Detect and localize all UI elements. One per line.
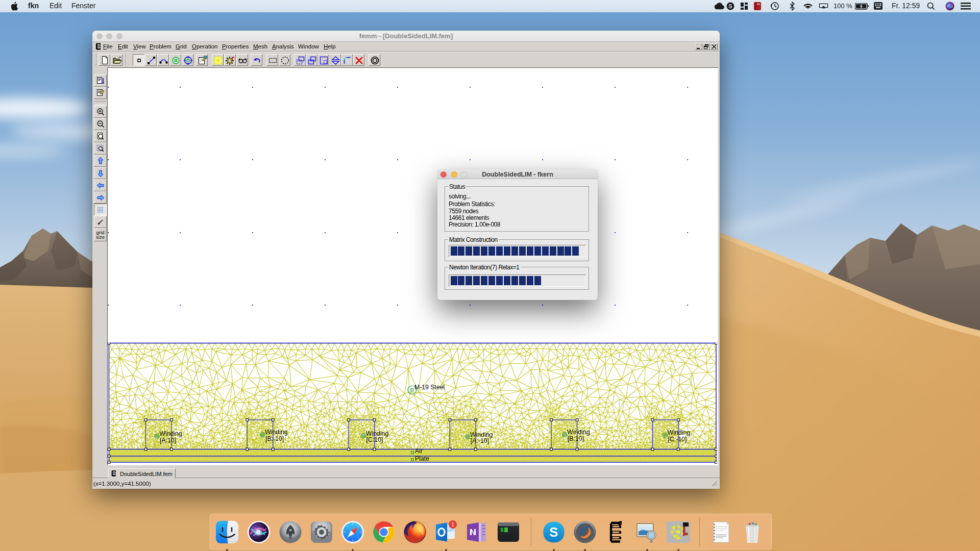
svg-text:Air: Air — [415, 447, 423, 455]
svg-text:[A:10]: [A:10] — [160, 437, 176, 444]
svg-text:[B:10]: [B:10] — [568, 435, 584, 442]
svg-text:S: S — [549, 524, 558, 540]
svg-text:[A:-10]: [A:-10] — [471, 437, 489, 444]
svg-text:[B:-10]: [B:-10] — [265, 435, 284, 442]
svg-text:$: $ — [500, 527, 504, 533]
svg-text:[C:10]: [C:10] — [366, 436, 383, 443]
svg-text:M-19 Steel: M-19 Steel — [414, 384, 445, 391]
svg-text:Plate: Plate — [415, 455, 429, 462]
svg-text:1: 1 — [451, 521, 454, 528]
svg-text:S: S — [728, 3, 732, 9]
svg-text:[C:-10]: [C:-10] — [668, 436, 687, 443]
